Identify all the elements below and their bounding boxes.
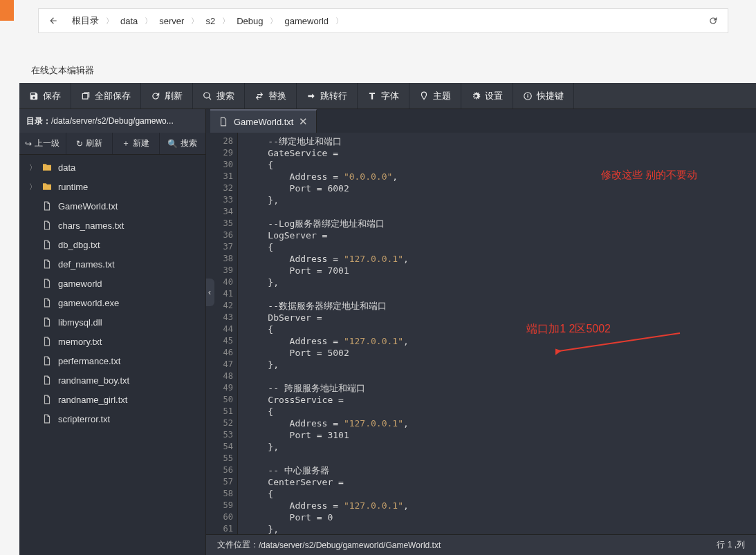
tree-item-label: data	[58, 162, 75, 173]
tree-item-label: gameworld.exe	[58, 298, 119, 308]
replace-button[interactable]: 替换	[245, 83, 297, 109]
file-icon	[42, 355, 53, 366]
save-all-button[interactable]: 全部保存	[71, 83, 141, 109]
tree-file[interactable]: memory.txt	[19, 332, 205, 351]
font-label: 字体	[381, 90, 399, 102]
breadcrumb-item[interactable]: s2	[201, 15, 219, 28]
tree-item-label: libmysql.dll	[58, 317, 102, 328]
breadcrumb-item[interactable]: 根目录	[68, 13, 103, 28]
tree-folder[interactable]: 〉data	[19, 158, 205, 177]
back-button[interactable]	[44, 12, 62, 29]
theme-button[interactable]: 主题	[409, 83, 461, 109]
goto-icon	[306, 91, 316, 101]
file-icon	[42, 297, 53, 308]
code-content[interactable]: --绑定地址和端口 GateService = { Address = "0.0…	[238, 133, 756, 534]
save-icon	[29, 91, 39, 101]
tab-bar: GameWorld.txt ✕	[206, 109, 756, 133]
goto-button[interactable]: 跳转行	[297, 83, 358, 109]
settings-button[interactable]: 设置	[461, 83, 513, 109]
tree-file[interactable]: gameworld.exe	[19, 293, 205, 312]
search-icon: 🔍	[167, 139, 178, 149]
sidebar-path: 目录：/data/server/s2/Debug/gamewo...	[19, 109, 205, 133]
tab-label: GameWorld.txt	[234, 117, 293, 127]
status-path: /data/server/s2/Debug/gameworld/GameWorl…	[259, 540, 441, 550]
tree-file[interactable]: perfermance.txt	[19, 351, 205, 370]
reload-button[interactable]	[704, 12, 722, 29]
replace-label: 替换	[268, 90, 286, 102]
orange-accent	[0, 0, 14, 21]
settings-label: 设置	[485, 90, 503, 102]
tree-file[interactable]: chars_names.txt	[19, 216, 205, 235]
gear-icon	[471, 91, 481, 101]
tree-folder[interactable]: 〉runtime	[19, 177, 205, 196]
breadcrumb-item[interactable]: server	[155, 15, 188, 28]
tree-item-label: GameWorld.txt	[58, 201, 118, 211]
tree-item-label: scripterror.txt	[58, 414, 110, 424]
reload-icon	[708, 16, 718, 26]
sidebar-dir-path: /data/server/s2/Debug/gamewo...	[51, 116, 174, 126]
tree-file[interactable]: gameworld	[19, 274, 205, 293]
goto-label: 跳转行	[320, 90, 347, 102]
breadcrumb-item[interactable]: Debug	[232, 15, 267, 28]
refresh-icon	[151, 91, 160, 101]
editor-title: 在线文本编辑器	[31, 64, 94, 77]
tree-item-label: memory.txt	[58, 337, 102, 347]
file-icon	[42, 413, 53, 424]
theme-icon	[419, 91, 429, 101]
tree-file[interactable]: randname_girl.txt	[19, 390, 205, 409]
file-icon	[42, 220, 53, 231]
shortcut-label: 快捷键	[537, 90, 564, 102]
file-icon	[42, 278, 53, 289]
theme-label: 主题	[433, 90, 451, 102]
refresh-icon: ↻	[76, 139, 83, 149]
font-icon	[367, 91, 377, 101]
tree-file[interactable]: def_names.txt	[19, 254, 205, 274]
tree-file[interactable]: libmysql.dll	[19, 312, 205, 332]
sidebar-refresh-button[interactable]: ↻刷新	[66, 133, 113, 154]
sidebar-new-button[interactable]: ＋新建	[113, 133, 160, 154]
chevron-right-icon: 〉	[222, 16, 230, 26]
save-label: 保存	[43, 90, 61, 102]
search-icon	[203, 91, 212, 101]
tree-item-label: gameworld	[58, 279, 102, 289]
file-icon	[42, 336, 53, 347]
code-editor[interactable]: ‹ 28293031323334353637383940414243444546…	[206, 133, 756, 534]
chevron-right-icon: 〉	[270, 16, 277, 26]
search-label: 搜索	[216, 90, 234, 102]
status-position: 行 1 ,列	[717, 539, 745, 551]
tree-file[interactable]: GameWorld.txt	[19, 196, 205, 216]
tree-file[interactable]: scripterror.txt	[19, 409, 205, 429]
file-icon	[42, 239, 53, 250]
file-icon	[42, 317, 53, 328]
breadcrumb-item[interactable]: gameworld	[280, 15, 333, 28]
save-button[interactable]: 保存	[19, 83, 71, 109]
shortcut-button[interactable]: 快捷键	[513, 83, 574, 109]
sidebar-up-button[interactable]: ↪上一级	[19, 133, 66, 154]
file-icon	[42, 200, 53, 211]
file-icon	[42, 258, 53, 270]
tree-file[interactable]: randname_boy.txt	[19, 370, 205, 390]
chevron-right-icon: 〉	[191, 16, 199, 26]
path-bar: 根目录〉data〉server〉s2〉Debug〉gameworld〉	[38, 8, 728, 33]
tree-item-label: runtime	[58, 182, 88, 192]
folder-icon	[42, 181, 53, 192]
chevron-right-icon: 〉	[29, 182, 36, 192]
tree-item-label: randname_girl.txt	[58, 395, 127, 405]
font-button[interactable]: 字体	[358, 83, 409, 109]
tab-gameworld[interactable]: GameWorld.txt ✕	[210, 109, 317, 133]
tree-file[interactable]: db_dbg.txt	[19, 235, 205, 254]
search-button[interactable]: 搜索	[193, 83, 245, 109]
tree-item-label: def_names.txt	[58, 259, 115, 270]
save-all-icon	[81, 91, 91, 101]
sidebar-dir-label: 目录：	[26, 115, 51, 127]
close-icon[interactable]: ✕	[299, 115, 308, 128]
breadcrumb: 根目录〉data〉server〉s2〉Debug〉gameworld〉	[68, 13, 704, 28]
file-tree[interactable]: 〉data〉runtimeGameWorld.txtchars_names.tx…	[19, 155, 205, 555]
collapse-sidebar-button[interactable]: ‹	[206, 279, 214, 306]
folder-icon	[42, 162, 53, 173]
breadcrumb-item[interactable]: data	[116, 15, 142, 28]
refresh-button[interactable]: 刷新	[141, 83, 193, 109]
sidebar-search-button[interactable]: 🔍搜索	[160, 133, 206, 154]
up-icon: ↪	[25, 139, 32, 149]
tree-item-label: perfermance.txt	[58, 356, 120, 366]
